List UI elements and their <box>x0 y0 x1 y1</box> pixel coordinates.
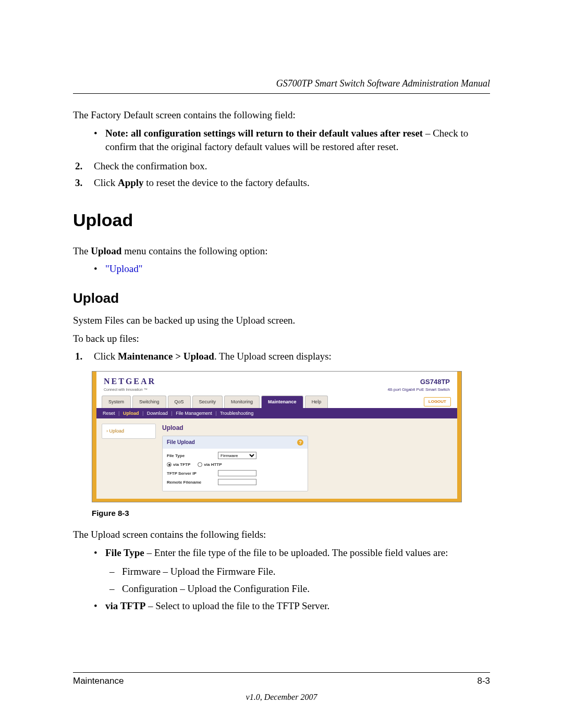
intro-note-bullet: • Note: all configuration settings will … <box>94 127 490 154</box>
footer-left: Maintenance <box>73 676 124 686</box>
footer-rule <box>73 672 490 673</box>
sidebar-item-upload[interactable]: Upload <box>102 426 155 437</box>
upload-link[interactable]: "Upload" <box>105 263 142 274</box>
bullet-icon: • <box>94 127 105 154</box>
via-http-radio[interactable]: via HTTP <box>198 462 222 467</box>
step-2-text: Check the confirmation box. <box>94 159 207 174</box>
step-number: 1. <box>73 350 94 364</box>
tab-switching[interactable]: Switching <box>132 396 166 408</box>
note-bold: Note: all configuration settings will re… <box>105 128 423 139</box>
remote-filename-input[interactable] <box>218 479 256 485</box>
subnav-file-management[interactable]: File Management <box>176 411 212 416</box>
header-rule <box>73 93 490 94</box>
intro-line: The Factory Default screen contains the … <box>73 108 490 122</box>
netgear-tagline: Connect with Innovation ™ <box>104 387 156 392</box>
step-number: 3. <box>73 176 94 190</box>
subnav-download[interactable]: Download <box>147 411 168 416</box>
radio-icon <box>167 462 172 467</box>
file-type-select[interactable]: Firmware <box>218 452 256 459</box>
model-number: GS748TP <box>387 377 450 387</box>
file-type-label: File Type <box>167 453 215 459</box>
backup-step-1: 1. Click Maintenance > Upload. The Uploa… <box>73 350 490 364</box>
via-tftp-bold: via TFTP <box>105 600 145 611</box>
field-via-tftp: • via TFTP – Select to upload the file t… <box>94 599 490 613</box>
step-2: 2. Check the confirmation box. <box>73 159 490 174</box>
via-http-label: via HTTP <box>204 462 222 467</box>
side-menu: Upload <box>102 424 156 439</box>
subnav-upload[interactable]: Upload <box>123 411 139 416</box>
para3: To back up files: <box>73 332 490 346</box>
panel-head-label: File Upload <box>167 439 195 446</box>
remote-filename-label: Remote Filename <box>167 479 215 485</box>
figure-caption: Figure 8-3 <box>92 508 462 519</box>
step-number: 2. <box>73 159 94 174</box>
step-3-bold: Apply <box>118 177 144 188</box>
logout-button[interactable]: LOGOUT <box>424 397 451 406</box>
netgear-logo: NETGEAR <box>104 376 156 387</box>
after-line1: The Upload screen contains the following… <box>73 528 490 542</box>
subnav-reset[interactable]: Reset <box>103 411 115 416</box>
step1-bold: Maintenance > Upload <box>118 351 214 362</box>
section-heading-upload: Upload <box>73 208 490 233</box>
step-3a: Click <box>94 177 118 188</box>
footer-version: v1.0, December 2007 <box>73 693 490 702</box>
step-3: 3. Click Apply to reset the device to th… <box>73 176 490 190</box>
sub-firmware: – Firmware – Upload the Firmware File. <box>109 565 490 579</box>
step1a: Click <box>94 351 118 362</box>
panel-title: Upload <box>162 424 451 433</box>
dash-icon: – <box>109 565 122 579</box>
subsection-heading-upload: Upload <box>73 289 490 307</box>
model-desc: 48-port Gigabit PoE Smart Switch <box>387 387 450 392</box>
para1-bold: Upload <box>91 245 121 256</box>
bullet-icon: • <box>94 599 105 613</box>
radio-icon <box>198 462 202 467</box>
para1a: The <box>73 245 91 256</box>
tab-security[interactable]: Security <box>192 396 223 408</box>
bullet-icon: • <box>94 262 105 276</box>
para2: System Files can be backed up using the … <box>73 314 490 328</box>
dash-icon: – <box>109 582 122 596</box>
para1b: menu contains the following option: <box>121 245 267 256</box>
sub-nav: Reset | Upload | Download | File Managem… <box>96 408 457 419</box>
bullet-icon: • <box>94 546 105 560</box>
via-tftp-rest: – Select to upload the file to the TFTP … <box>145 600 329 611</box>
footer-page-number: 8-3 <box>477 676 490 686</box>
figure-screenshot: NETGEAR Connect with Innovation ™ GS748T… <box>92 371 462 519</box>
via-tftp-label: via TFTP <box>173 462 190 467</box>
tab-system[interactable]: System <box>102 396 131 408</box>
sub-configuration-text: Configuration – Upload the Configuration… <box>122 582 310 596</box>
tab-help[interactable]: Help <box>305 396 328 408</box>
tab-qos[interactable]: QoS <box>168 396 191 408</box>
step1b: . The Upload screen displays: <box>214 351 332 362</box>
main-tabs: System Switching QoS Security Monitoring… <box>96 396 457 408</box>
doc-header-title: GS700TP Smart Switch Software Administra… <box>73 78 490 89</box>
via-tftp-radio[interactable]: via TFTP <box>167 462 190 467</box>
tab-maintenance[interactable]: Maintenance <box>261 396 303 408</box>
sub-configuration: – Configuration – Upload the Configurati… <box>109 582 490 596</box>
tftp-server-label: TFTP Server IP <box>167 471 215 476</box>
file-type-bold: File Type <box>105 547 144 558</box>
tftp-server-input[interactable] <box>218 470 256 476</box>
menu-option-bullet: • "Upload" <box>94 262 490 276</box>
subnav-troubleshooting[interactable]: Troubleshooting <box>220 411 253 416</box>
step-3b: to reset the device to the factory defau… <box>144 177 310 188</box>
sub-firmware-text: Firmware – Upload the Firmware File. <box>122 565 275 579</box>
tab-monitoring[interactable]: Monitoring <box>224 396 260 408</box>
help-icon[interactable]: ? <box>297 439 303 446</box>
file-type-rest: – Enter the file type of the file to be … <box>144 547 448 558</box>
field-file-type: • File Type – Enter the file type of the… <box>94 546 490 560</box>
